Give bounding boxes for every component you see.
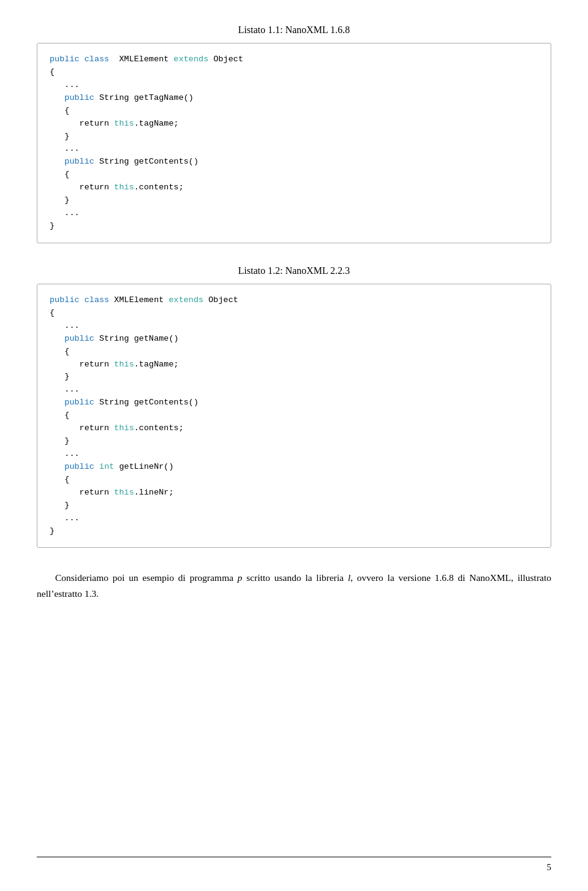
paragraph-text: Consideriamo poi un esempio di programma… [37, 570, 551, 601]
code-line: { [50, 105, 538, 118]
code-line: ... [50, 320, 538, 333]
listing-2-code-block: public class XMLElement extends Object {… [37, 284, 551, 548]
code-line: { [50, 346, 538, 358]
code-line: } [50, 499, 538, 512]
code-line: { [50, 66, 538, 79]
code-line: } [50, 525, 538, 538]
code-line: return this.contents; [50, 181, 538, 194]
code-line: { [50, 474, 538, 487]
code-line: ... [50, 448, 538, 461]
code-line: } [50, 220, 538, 233]
code-line: return this.tagName; [50, 358, 538, 371]
code-line: } [50, 435, 538, 448]
code-line: return this.tagName; [50, 118, 538, 131]
code-line: return this.lineNr; [50, 487, 538, 499]
listing-1-code-block: public class XMLElement extends Object {… [37, 43, 551, 243]
code-line: { [50, 409, 538, 422]
code-line: } [50, 131, 538, 143]
code-line: ... [50, 207, 538, 220]
code-line: public class XMLElement extends Object [50, 53, 538, 66]
code-line: } [50, 371, 538, 384]
code-line: ... [50, 384, 538, 396]
page-content: Listato 1.1: NanoXML 1.6.8 public class … [37, 25, 551, 602]
code-line: public int getLineNr() [50, 461, 538, 474]
code-line: ... [50, 512, 538, 525]
code-line: { [50, 169, 538, 181]
code-line: { [50, 307, 538, 320]
code-line: ... [50, 143, 538, 156]
code-line: } [50, 194, 538, 207]
code-line: public class XMLElement extends Object [50, 294, 538, 307]
code-line: return this.contents; [50, 422, 538, 435]
code-line: public String getTagName() [50, 92, 538, 105]
code-line: public String getName() [50, 333, 538, 346]
listing-2-caption: Listato 1.2: NanoXML 2.2.3 [37, 265, 551, 276]
code-line: public String getContents() [50, 396, 538, 409]
code-line: public String getContents() [50, 156, 538, 169]
page-number: 5 [547, 862, 552, 873]
code-line: ... [50, 79, 538, 92]
footer-rule [37, 857, 551, 857]
listing-1-caption: Listato 1.1: NanoXML 1.6.8 [37, 25, 551, 36]
